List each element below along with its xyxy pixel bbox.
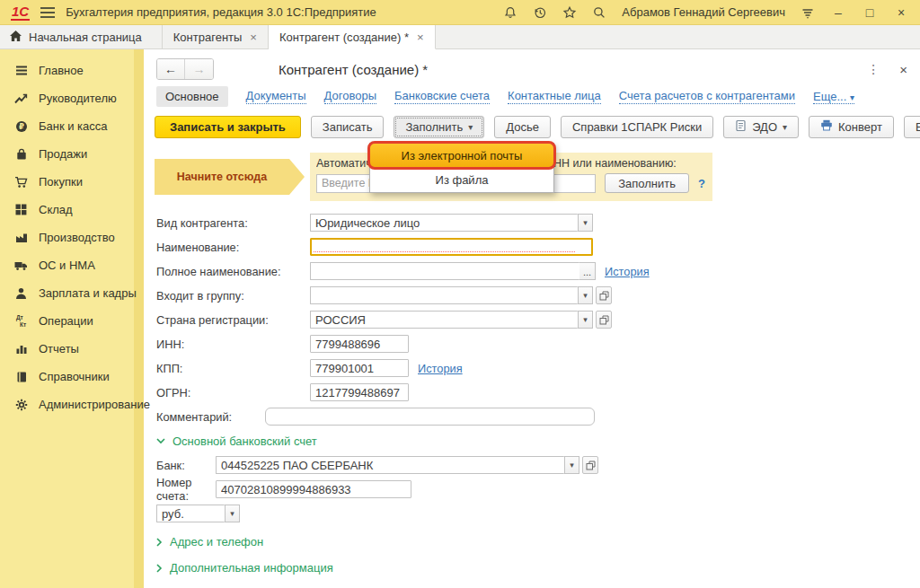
- kpp-input[interactable]: [310, 359, 409, 377]
- save-button[interactable]: Записать: [311, 116, 385, 138]
- tab-dogovory[interactable]: Договоры: [324, 89, 376, 104]
- tabs-more-button[interactable]: Еще... ▾: [813, 90, 854, 104]
- autofill-button[interactable]: Заполнить: [605, 173, 689, 193]
- comment-label: Комментарий:: [156, 410, 265, 424]
- bank-label: Банк:: [156, 459, 216, 472]
- group-input[interactable]: [310, 286, 578, 304]
- home-icon: [9, 30, 22, 45]
- bank-open-icon[interactable]: [582, 456, 598, 474]
- chevron-down-icon[interactable]: ▾: [578, 311, 593, 329]
- sidebar-item-proizvodstvo[interactable]: Производство: [0, 224, 144, 251]
- main-menu-icon[interactable]: [40, 7, 55, 18]
- name-field-required: [310, 238, 593, 256]
- ogrn-input[interactable]: [310, 383, 409, 401]
- tab-home[interactable]: Начальная страница: [0, 25, 163, 48]
- menu-item-from-email[interactable]: Из электронной почты: [370, 144, 553, 168]
- group-label: Входит в группу:: [156, 289, 310, 303]
- extra-info-section-header[interactable]: Дополнительная информация: [156, 561, 920, 575]
- sidebar-item-glavnoe[interactable]: Главное: [0, 57, 144, 84]
- chevron-down-icon[interactable]: ▾: [225, 505, 240, 522]
- inn-input[interactable]: [310, 335, 409, 353]
- sidebar-item-label: Операции: [39, 314, 93, 328]
- titlebar: 1С Бухгалтерия предприятия, редакция 3.0…: [0, 0, 920, 25]
- close-form-icon[interactable]: ×: [899, 62, 907, 77]
- bar-chart-icon: [13, 342, 29, 355]
- forward-button[interactable]: →: [185, 59, 213, 79]
- dossier-button[interactable]: Досье: [494, 116, 551, 138]
- tab-kontragent-create[interactable]: Контрагент (создание) * ×: [269, 25, 436, 49]
- country-open-icon[interactable]: [596, 311, 612, 329]
- close-window-button[interactable]: ×: [893, 6, 909, 19]
- chevron-down-icon[interactable]: ▾: [564, 456, 579, 474]
- tab-bankovskie-scheta[interactable]: Банковские счета: [394, 89, 490, 104]
- chevron-down-icon[interactable]: ▾: [578, 214, 593, 232]
- kind-input[interactable]: [310, 214, 578, 232]
- 1c-logo: 1С: [11, 4, 30, 21]
- sidebar-item-zarplata-i-kadry[interactable]: Зарплата и кадры: [0, 279, 144, 307]
- address-section-header[interactable]: Адрес и телефон: [156, 535, 920, 549]
- more-options-kebab-icon[interactable]: ⋮: [867, 62, 880, 76]
- account-input[interactable]: [216, 480, 411, 498]
- country-input[interactable]: [310, 311, 578, 329]
- full-name-input[interactable]: [310, 262, 579, 280]
- back-button[interactable]: ←: [157, 59, 185, 79]
- sidebar-item-rukovoditelyu[interactable]: Руководителю: [0, 84, 144, 112]
- fill-dropdown-button[interactable]: Заполнить▾: [394, 116, 484, 138]
- page-title: Контрагент (создание) *: [279, 62, 428, 77]
- more-button[interactable]: Еще▾: [904, 116, 920, 138]
- minimize-button[interactable]: –: [830, 6, 846, 19]
- sidebar-item-os-i-nma[interactable]: ОС и НМА: [0, 251, 144, 279]
- bank-input[interactable]: [216, 456, 564, 474]
- spark-button[interactable]: Справки 1СПАРК Риски: [561, 116, 713, 138]
- full-name-history-link[interactable]: История: [605, 265, 650, 278]
- printer-icon: [820, 119, 833, 134]
- sidebar-item-spravochniki[interactable]: Справочники: [0, 363, 144, 391]
- currency-input[interactable]: [156, 505, 225, 522]
- tab-scheta-raschetov[interactable]: Счета расчетов с контрагентами: [619, 89, 795, 104]
- chevron-down-icon[interactable]: ▾: [578, 286, 593, 304]
- edo-dropdown-button[interactable]: ЭДО▾: [723, 116, 799, 138]
- save-close-button[interactable]: Записать и закрыть: [155, 116, 301, 138]
- maximize-button[interactable]: □: [862, 6, 878, 19]
- sidebar-item-administrirovanie[interactable]: Администрирование: [0, 391, 144, 418]
- settings-icon[interactable]: [801, 5, 815, 20]
- tab-dokumenty[interactable]: Документы: [246, 89, 306, 104]
- tab-kontaktnye-lica[interactable]: Контактные лица: [508, 89, 601, 104]
- comment-input[interactable]: [265, 408, 595, 426]
- current-user[interactable]: Абрамов Геннадий Сергеевич: [622, 5, 785, 19]
- group-open-icon[interactable]: [596, 286, 612, 304]
- tab-osnovnoe[interactable]: Основное: [156, 86, 228, 107]
- bank-combobox: ▾: [216, 456, 579, 474]
- menu-item-from-file[interactable]: Из файла: [370, 168, 553, 192]
- kpp-label: КПП:: [156, 362, 310, 375]
- account-label: Номер счета:: [156, 476, 216, 503]
- notifications-bell-icon[interactable]: [503, 5, 518, 20]
- inn-label: ИНН:: [156, 338, 310, 351]
- tab-close-icon[interactable]: ×: [417, 31, 424, 44]
- favorites-star-icon[interactable]: [562, 5, 577, 20]
- tab-close-icon[interactable]: ×: [250, 31, 257, 44]
- sidebar-item-otchety[interactable]: Отчеты: [0, 335, 144, 363]
- tab-kontragenty[interactable]: Контрагенты ×: [163, 25, 269, 48]
- autofill-help-icon[interactable]: ?: [698, 177, 705, 190]
- envelope-print-button[interactable]: Конверт: [809, 116, 894, 138]
- sidebar-item-operacii[interactable]: ДтКт Операции: [0, 307, 144, 335]
- search-icon[interactable]: [592, 5, 606, 20]
- history-nav-group: ← →: [156, 58, 214, 80]
- bank-section-header[interactable]: Основной банковский счет: [156, 434, 920, 448]
- sidebar-item-pokupki[interactable]: Покупки: [0, 168, 144, 196]
- kpp-history-link[interactable]: История: [418, 362, 463, 375]
- sidebar-item-prodazhi[interactable]: Продажи: [0, 140, 144, 168]
- sidebar-item-bank-i-kassa[interactable]: ₽ Банк и касса: [0, 112, 144, 140]
- ellipsis-button[interactable]: ...: [579, 262, 596, 280]
- sidebar-item-label: Банк и касса: [39, 119, 108, 133]
- chevron-down-icon: ▾: [468, 122, 473, 132]
- history-icon[interactable]: [533, 5, 547, 20]
- sidebar-item-label: Справочники: [39, 370, 110, 383]
- sidebar-item-sklad[interactable]: Склад: [0, 196, 144, 224]
- kind-combobox: ▾: [310, 214, 593, 232]
- shopping-cart-icon: [13, 175, 29, 189]
- country-combobox: ▾: [310, 311, 593, 329]
- form-nav-tabs: Основное Документы Договоры Банковские с…: [144, 81, 920, 108]
- name-input[interactable]: [310, 238, 593, 256]
